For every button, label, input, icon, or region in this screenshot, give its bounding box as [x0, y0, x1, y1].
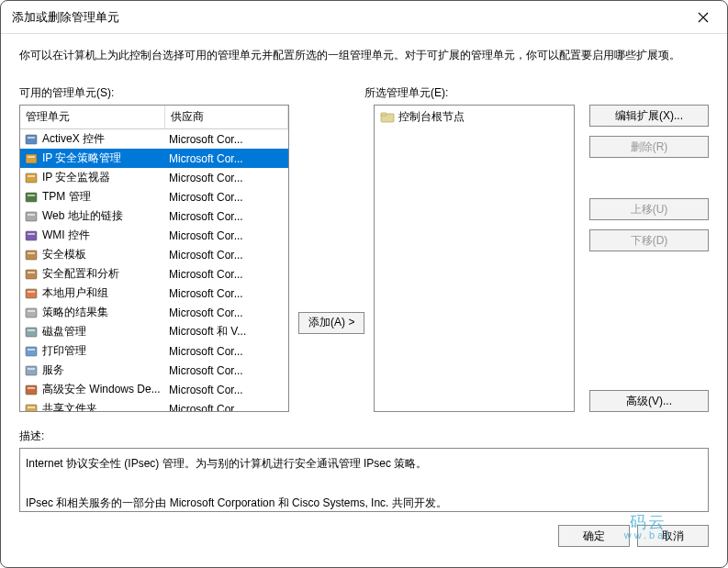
snapin-icon [24, 228, 39, 243]
svg-rect-16 [26, 270, 37, 279]
dialog-window: 添加或删除管理单元 你可以在计算机上为此控制台选择可用的管理单元并配置所选的一组… [0, 0, 728, 568]
svg-rect-9 [28, 195, 35, 196]
description-label: 描述: [19, 429, 709, 444]
snapin-name-cell: ActiveX 控件 [20, 131, 165, 147]
available-snapins-list[interactable]: 管理单元 供应商 ActiveX 控件Microsoft Cor...IP 安全… [19, 105, 289, 412]
main-row: 管理单元 供应商 ActiveX 控件Microsoft Cor...IP 安全… [19, 105, 709, 412]
snapin-icon [24, 383, 39, 397]
labels-row: 可用的管理单元(S): 所选管理单元(E): [19, 85, 709, 101]
remove-button[interactable]: 删除(R) [589, 136, 709, 158]
snapin-name-label: 磁盘管理 [42, 324, 86, 340]
list-item[interactable]: Web 地址的链接Microsoft Cor... [20, 206, 288, 226]
close-button[interactable] [690, 5, 716, 30]
description-box: Internet 协议安全性 (IPsec) 管理。为与别的计算机进行安全通讯管… [19, 448, 709, 512]
snapin-icon [24, 363, 39, 378]
footer: 码云 ww.bar 确定 取消 [1, 514, 727, 567]
snapin-name-cell: 打印管理 [20, 343, 165, 359]
snapin-icon [24, 402, 39, 413]
tree-root-row[interactable]: 控制台根节点 [376, 107, 572, 127]
snapin-vendor-label: Microsoft Cor... [165, 364, 288, 377]
snapin-name-cell: IP 安全监视器 [20, 170, 165, 185]
svg-rect-17 [28, 272, 35, 273]
list-item[interactable]: 共享文件夹Microsoft Cor... [20, 399, 288, 412]
svg-rect-23 [28, 329, 35, 331]
move-up-button[interactable]: 上移(U) [589, 198, 709, 220]
snapin-name-label: 安全配置和分析 [42, 266, 119, 282]
list-item[interactable]: 策略的结果集Microsoft Cor... [20, 303, 288, 322]
snapin-name-cell: 本地用户和组 [20, 285, 165, 301]
description-line1: Internet 协议安全性 (IPsec) 管理。为与别的计算机进行安全通讯管… [26, 454, 702, 474]
svg-rect-4 [26, 154, 37, 163]
add-button[interactable]: 添加(A) > [298, 312, 364, 334]
svg-rect-22 [26, 328, 37, 337]
svg-rect-18 [26, 289, 37, 298]
snapin-icon [24, 209, 39, 224]
svg-rect-14 [26, 251, 37, 260]
svg-rect-31 [28, 407, 35, 408]
snapin-icon [24, 344, 39, 359]
snapin-name-cell: 共享文件夹 [20, 401, 165, 412]
ok-button[interactable]: 确定 [558, 525, 630, 547]
instructions-text: 你可以在计算机上为此控制台选择可用的管理单元并配置所选的一组管理单元。对于可扩展… [19, 47, 709, 63]
snapin-name-cell: 服务 [20, 362, 165, 378]
snapin-name-label: 高级安全 Windows De... [42, 382, 161, 397]
list-item[interactable]: 本地用户和组Microsoft Cor... [20, 284, 288, 303]
list-item[interactable]: 磁盘管理Microsoft 和 V... [20, 322, 288, 341]
svg-rect-7 [28, 175, 35, 177]
snapin-name-label: 共享文件夹 [42, 401, 97, 412]
list-item[interactable]: ActiveX 控件Microsoft Cor... [20, 129, 288, 149]
snapin-name-label: ActiveX 控件 [42, 131, 105, 147]
svg-rect-8 [26, 193, 37, 202]
snapin-vendor-label: Microsoft Cor... [165, 191, 288, 204]
snapin-name-label: 策略的结果集 [42, 305, 108, 320]
snapin-icon [24, 171, 39, 185]
content-area: 你可以在计算机上为此控制台选择可用的管理单元并配置所选的一组管理单元。对于可扩展… [1, 34, 727, 514]
snapin-icon [24, 151, 39, 166]
snapin-name-cell: 策略的结果集 [20, 305, 165, 320]
svg-rect-13 [28, 233, 35, 235]
snapin-vendor-label: Microsoft 和 V... [165, 324, 288, 340]
svg-rect-27 [28, 368, 35, 370]
svg-rect-10 [26, 212, 37, 221]
folder-icon [380, 110, 395, 125]
snapin-vendor-label: Microsoft Cor... [165, 268, 288, 281]
snapin-vendor-label: Microsoft Cor... [165, 152, 288, 165]
svg-rect-29 [28, 387, 35, 389]
list-item[interactable]: IP 安全策略管理Microsoft Cor... [20, 149, 288, 168]
svg-rect-20 [26, 308, 37, 317]
snapin-vendor-label: Microsoft Cor... [165, 287, 288, 300]
svg-rect-2 [26, 135, 37, 144]
list-item[interactable]: 打印管理Microsoft Cor... [20, 341, 288, 361]
snapin-icon [24, 132, 39, 147]
cancel-button[interactable]: 取消 [637, 525, 709, 547]
list-item[interactable]: 安全模板Microsoft Cor... [20, 245, 288, 264]
list-item[interactable]: TPM 管理Microsoft Cor... [20, 187, 288, 206]
snapin-name-cell: IP 安全策略管理 [20, 150, 165, 166]
advanced-button[interactable]: 高级(V)... [589, 390, 709, 412]
svg-rect-26 [26, 366, 37, 375]
selected-snapins-tree[interactable]: 控制台根节点 [374, 105, 575, 412]
snapin-vendor-label: Microsoft Cor... [165, 345, 288, 358]
close-icon [698, 12, 709, 23]
snapin-name-cell: Web 地址的链接 [20, 208, 165, 224]
column-header-vendor[interactable]: 供应商 [165, 106, 288, 128]
svg-rect-30 [26, 405, 37, 413]
available-label: 可用的管理单元(S): [19, 85, 291, 101]
window-title: 添加或删除管理单元 [12, 9, 690, 26]
snapin-name-label: WMI 控件 [42, 228, 90, 243]
snapin-icon [24, 267, 39, 282]
svg-rect-11 [28, 214, 35, 216]
list-item[interactable]: 安全配置和分析Microsoft Cor... [20, 264, 288, 284]
snapin-icon [24, 248, 39, 262]
list-item[interactable]: WMI 控件Microsoft Cor... [20, 226, 288, 245]
snapin-name-label: 服务 [42, 362, 64, 378]
list-item[interactable]: 服务Microsoft Cor... [20, 361, 288, 380]
column-header-name[interactable]: 管理单元 [20, 106, 165, 128]
svg-rect-15 [28, 252, 35, 254]
list-item[interactable]: 高级安全 Windows De...Microsoft Cor... [20, 380, 288, 399]
svg-rect-3 [28, 137, 35, 139]
edit-extensions-button[interactable]: 编辑扩展(X)... [589, 105, 709, 127]
list-item[interactable]: IP 安全监视器Microsoft Cor... [20, 168, 288, 187]
snapin-name-label: 本地用户和组 [42, 285, 108, 301]
move-down-button[interactable]: 下移(D) [589, 229, 709, 251]
